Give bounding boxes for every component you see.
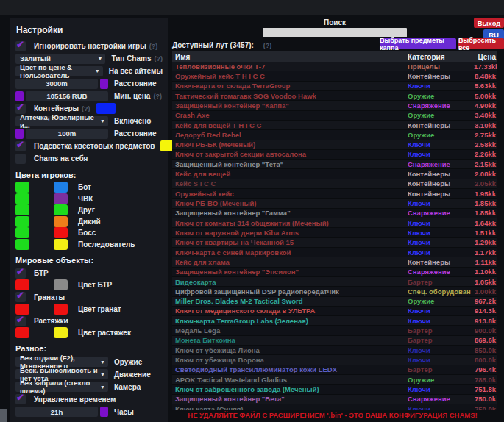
color-swatch[interactable]: [15, 193, 29, 204]
loot-row[interactable]: APOK Tactical Wasteland GladiusОружие785…: [172, 375, 497, 385]
checkbox[interactable]: ✔: [15, 394, 26, 404]
item-name: Медаль Lega: [172, 326, 405, 335]
color-swatch[interactable]: [15, 239, 29, 250]
loot-row[interactable]: Ключ-карта с синей маркировкойКлючи1.17k…: [172, 248, 497, 257]
loot-row[interactable]: Miller Bros. Blades M-2 Tactical SwordОр…: [172, 297, 497, 307]
dropdown[interactable]: Беск. выносливость и нет уста▼: [15, 369, 108, 379]
loot-row[interactable]: Ключ-карта (Синяя)Ключи750.0k: [172, 404, 497, 410]
loot-row[interactable]: Ключ-карта от склада TerraGroupКлючи5.63…: [172, 82, 497, 91]
value-input[interactable]: 105156 RUB: [26, 91, 108, 101]
color-swatch[interactable]: [15, 216, 29, 227]
color-swatch[interactable]: [54, 327, 68, 338]
color-swatch[interactable]: [54, 182, 68, 193]
loot-row[interactable]: Защищенный контейнер "Бета"Снаряжение750…: [172, 395, 497, 404]
loot-row[interactable]: Ключ от медицинского склада в УЛЬТРАКлюч…: [172, 307, 497, 316]
loot-row[interactable]: Медаль LegaБартер900.0k: [172, 326, 497, 335]
checkbox[interactable]: ✔: [15, 316, 26, 326]
dropdown[interactable]: Цвет по цене & Пользователь▼: [15, 66, 103, 76]
loot-row[interactable]: Оружейный кейсКонтейнеры1.95kk: [172, 189, 497, 199]
loot-row[interactable]: Тактический томагавк SOG Voodoo HawkОруж…: [172, 91, 497, 101]
checkbox[interactable]: ✔: [15, 41, 26, 51]
loot-row[interactable]: Ключ от убежища ВоронаКлючи800.0k: [172, 355, 497, 365]
item-name: Оружейный кейс: [172, 190, 405, 198]
checkbox[interactable]: ✔: [15, 104, 26, 114]
value-input[interactable]: 100m: [26, 129, 108, 139]
item-name: Ключ-карта TerraGroup Labs (Зеленая): [172, 317, 405, 325]
color-swatch[interactable]: [54, 304, 68, 315]
color-swatch[interactable]: [15, 204, 29, 215]
loot-row[interactable]: Ключ от заброшенного завода (Меченый)Клю…: [172, 385, 497, 394]
loot-row[interactable]: Кейс S I C CКонтейнеры2.05kk: [172, 179, 497, 189]
loot-row[interactable]: Ключ от убежища ЛионаКлючи850.0k: [172, 346, 497, 355]
color-swatch[interactable]: [100, 79, 108, 89]
loot-row[interactable]: ВидеокартаБартер1.05kk: [172, 277, 497, 287]
item-price: 2.08kk: [471, 170, 497, 178]
color-swatch[interactable]: [15, 327, 29, 338]
value-input[interactable]: 3000m: [15, 79, 98, 89]
loot-row[interactable]: Crash AxeОружие3.40kk: [172, 111, 497, 121]
color-swatch[interactable]: [15, 304, 29, 315]
loot-row[interactable]: Оружейный кейс T H I C CКонтейнеры8.48kk: [172, 71, 497, 81]
color-swatch[interactable]: [54, 279, 68, 290]
loot-row[interactable]: Ключ-карта TerraGroup Labs (Зеленая)Ключ…: [172, 316, 497, 326]
color-swatch[interactable]: [15, 129, 24, 139]
dump-all-button[interactable]: Выбросить все: [458, 38, 504, 49]
item-category: Бартер: [405, 365, 471, 373]
item-name: Оружейный кейс T H I C C: [172, 72, 405, 80]
loot-row[interactable]: Кейс для вещей T H I C CКонтейнеры3.10kk: [172, 121, 497, 130]
loot-row[interactable]: Защищенный контейнер "Эпсилон"Снаряжение…: [172, 268, 497, 277]
item-price: 796.4k: [471, 365, 497, 373]
color-swatch[interactable]: [100, 407, 108, 417]
loot-row[interactable]: Защищенный контейнер "Тета"Снаряжение2.1…: [172, 160, 497, 169]
loot-row[interactable]: Кейс для вещейКонтейнеры2.08kk: [172, 169, 497, 179]
loot-row[interactable]: Ключ от квартиры на Чеканной 15Ключи1.29…: [172, 238, 497, 248]
color-swatch[interactable]: [15, 227, 29, 238]
select-kappa-items-button[interactable]: Выбрать предметы каппа: [380, 38, 456, 49]
checkbox[interactable]: ✔: [15, 268, 26, 279]
item-price: 2.05kk: [471, 179, 497, 187]
loot-row[interactable]: Ледоруб Red RebelОружие2.75kk: [172, 130, 497, 140]
dropdown[interactable]: Залитый▼: [15, 54, 105, 64]
item-price: 4.90kk: [471, 101, 497, 110]
loot-row[interactable]: Ключ от наружной двери Kiba ArmsКлючи1.5…: [172, 228, 497, 237]
color-swatch[interactable]: [54, 204, 68, 215]
exit-button[interactable]: Выход: [474, 18, 504, 28]
item-name: Ключ-карта (Синяя): [172, 405, 405, 410]
checkbox[interactable]: [15, 154, 26, 164]
loot-row[interactable]: Ключ РБ-БК (Меченый)Ключи2.58kk: [172, 140, 497, 150]
settings-row: ✔Игнорировать настройки игры(?): [15, 40, 163, 52]
item-name: Miller Bros. Blades M-2 Tactical Sword: [172, 297, 405, 305]
loot-row[interactable]: Монета БиткоинаБартер869.6k: [172, 336, 497, 346]
color-label: Цвет БТР: [78, 281, 112, 289]
color-swatch[interactable]: [15, 182, 29, 193]
checkbox[interactable]: ✔: [15, 292, 26, 302]
color-swatch[interactable]: [54, 216, 68, 227]
color-swatch[interactable]: [15, 279, 29, 290]
checkbox[interactable]: ✔: [15, 141, 26, 151]
item-name: Цифровой защищенный DSP радиопередатчик: [172, 287, 405, 296]
color-swatch[interactable]: [54, 239, 68, 250]
value-input[interactable]: 21h: [15, 407, 98, 417]
color-label: ЧВК: [78, 195, 93, 203]
loot-row[interactable]: Ключ от комнаты 314 общежития (Меченый)К…: [172, 218, 497, 228]
dropdown[interactable]: Аптечка, Ювелирные и...▼: [15, 116, 108, 126]
loot-row[interactable]: Цифровой защищенный DSP радиопередатчикС…: [172, 287, 497, 296]
item-category: Ключи: [405, 150, 471, 158]
dropdown[interactable]: Без отдачи (F2), Мгновенное п▼: [15, 357, 108, 367]
dropdown[interactable]: Без забрала (стекло шлема)▼: [15, 382, 108, 392]
settings-row: 3000mРасстояние: [15, 77, 163, 90]
loot-row[interactable]: Светодиодный трансиллюминатор кожи LEDXБ…: [172, 365, 497, 375]
color-swatch[interactable]: [15, 91, 24, 101]
loot-row[interactable]: Ключ от закрытой секции автосалонаКлючи2…: [172, 150, 497, 160]
loot-row[interactable]: Тепловизионные очки Т-7Прицелы17.33kk: [172, 62, 497, 71]
loot-row[interactable]: Кейс для хламаКонтейнеры1.11kk: [172, 257, 497, 267]
loot-row[interactable]: Защищенный контейнер "Гамма"Снаряжение1.…: [172, 209, 497, 218]
input-label: Расстояние: [114, 79, 157, 87]
loot-row[interactable]: Защищенный контейнер "Каппа"Снаряжение4.…: [172, 101, 497, 110]
item-name: Светодиодный трансиллюминатор кожи LEDX: [172, 365, 405, 373]
checkmark-icon: ✔: [16, 39, 24, 50]
item-category: Снаряжение: [405, 268, 471, 276]
color-swatch[interactable]: [54, 193, 68, 204]
loot-row[interactable]: Ключ РБ-ВО (Меченый)Ключи1.85kk: [172, 199, 497, 208]
color-swatch[interactable]: [54, 227, 68, 238]
